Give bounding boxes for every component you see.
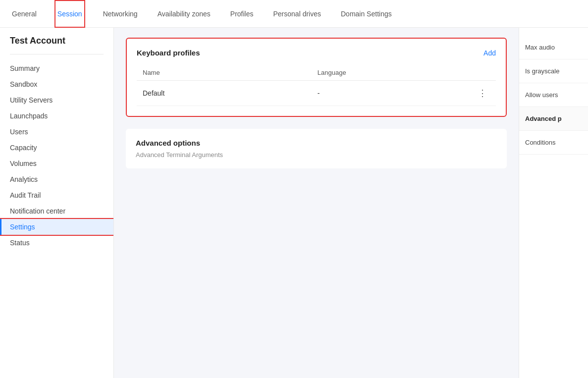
column-action-header	[469, 65, 496, 81]
advanced-options-title: Advanced options	[136, 139, 497, 147]
advanced-terminal-args-label: Advanced Terminal Arguments	[136, 151, 497, 159]
sidebar-item-launchpads[interactable]: Launchpads	[0, 108, 113, 124]
more-options-button[interactable]: ⋮	[475, 87, 490, 100]
profile-language-cell: -	[312, 81, 469, 106]
tab-profiles[interactable]: Profiles	[228, 0, 256, 28]
tab-session[interactable]: Session	[54, 0, 85, 28]
right-panel-is-grayscale[interactable]: Is grayscale	[519, 59, 588, 83]
sidebar-divider	[10, 54, 104, 54]
sidebar-item-status[interactable]: Status	[0, 235, 113, 251]
profile-name-cell: Default	[137, 81, 312, 106]
sidebar: Test Account Summary Sandbox Utility Ser…	[0, 28, 114, 378]
advanced-options-section: Advanced options Advanced Terminal Argum…	[126, 129, 507, 168]
sidebar-item-users[interactable]: Users	[0, 124, 113, 140]
right-panel-conditions[interactable]: Conditions	[519, 131, 588, 155]
card-header: Keyboard profiles Add	[137, 49, 496, 57]
right-panel-allow-users[interactable]: Allow users	[519, 83, 588, 107]
keyboard-profiles-card: Keyboard profiles Add Name Language Defa…	[126, 38, 507, 117]
sidebar-item-utility-servers[interactable]: Utility Servers	[0, 92, 113, 108]
profiles-table: Name Language Default - ⋮	[137, 65, 496, 106]
tab-networking[interactable]: Networking	[101, 0, 140, 28]
column-name-header: Name	[137, 65, 312, 81]
right-panel-advanced[interactable]: Advanced p	[519, 107, 588, 131]
top-navigation: General Session Networking Availability …	[0, 0, 588, 28]
sidebar-item-volumes[interactable]: Volumes	[0, 156, 113, 171]
tab-general[interactable]: General	[10, 0, 39, 28]
keyboard-profiles-title: Keyboard profiles	[137, 49, 200, 57]
table-row: Default - ⋮	[137, 81, 496, 106]
sidebar-item-analytics[interactable]: Analytics	[0, 171, 113, 187]
column-language-header: Language	[312, 65, 469, 81]
account-title: Test Account	[0, 36, 113, 52]
sidebar-item-settings[interactable]: Settings	[0, 219, 113, 235]
tab-domain-settings[interactable]: Domain Settings	[339, 0, 394, 28]
tab-availability-zones[interactable]: Availability zones	[156, 0, 213, 28]
content-area: Keyboard profiles Add Name Language Defa…	[114, 28, 519, 378]
sidebar-item-audit-trail[interactable]: Audit Trail	[0, 187, 113, 203]
add-profile-button[interactable]: Add	[483, 49, 496, 57]
main-layout: Test Account Summary Sandbox Utility Ser…	[0, 28, 588, 378]
right-panel: Max audio Is grayscale Allow users Advan…	[519, 28, 588, 378]
sidebar-item-capacity[interactable]: Capacity	[0, 140, 113, 156]
profile-action-cell: ⋮	[469, 81, 496, 106]
sidebar-item-summary[interactable]: Summary	[0, 60, 113, 76]
sidebar-item-notification-center[interactable]: Notification center	[0, 203, 113, 219]
sidebar-item-sandbox[interactable]: Sandbox	[0, 76, 113, 92]
tab-personal-drives[interactable]: Personal drives	[271, 0, 323, 28]
right-panel-max-audio[interactable]: Max audio	[519, 36, 588, 59]
